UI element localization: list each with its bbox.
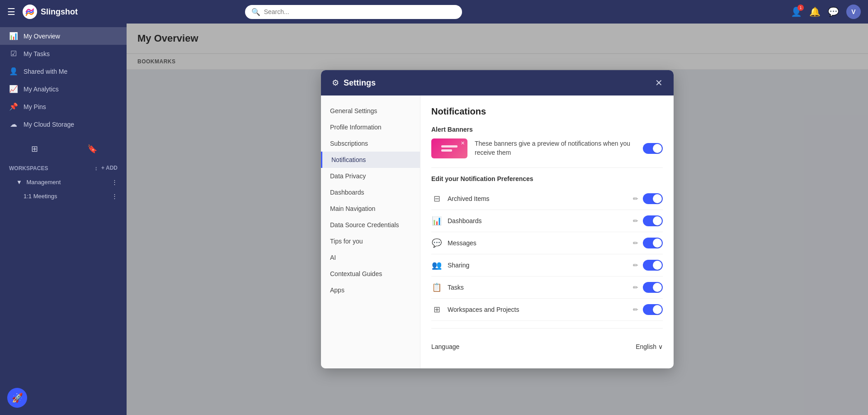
sidebar-item-label: Shared with Me — [24, 68, 67, 75]
sidebar-navigation: 📊 My Overview ☑ My Tasks 👤 Shared with M… — [0, 24, 127, 137]
tasks-label: Tasks — [448, 284, 627, 291]
workspace-more-icon[interactable]: ⋮ — [112, 179, 118, 186]
sidebar-icon-tabs: ⊞ 🔖 — [0, 137, 127, 161]
sidebar-item-label: My Pins — [24, 103, 46, 110]
workspaces-projects-toggle[interactable] — [643, 304, 663, 315]
sidebar-item-my-analytics[interactable]: 📈 My Analytics — [0, 80, 127, 98]
workspace-more-icon[interactable]: ⋮ — [112, 193, 118, 200]
pins-icon: 📌 — [9, 102, 18, 111]
app-logo: Slingshot — [23, 5, 78, 19]
dashboards-icon: 📊 — [431, 216, 442, 226]
settings-nav-apps[interactable]: Apps — [321, 282, 420, 298]
notifications-title: Notifications — [431, 106, 663, 117]
messages-toggle[interactable] — [643, 238, 663, 248]
settings-nav-ai[interactable]: AI — [321, 249, 420, 266]
layers-tab[interactable]: ⊞ — [7, 140, 61, 157]
dashboards-label: Dashboards — [448, 217, 627, 224]
chat-icon[interactable]: 💬 — [828, 6, 839, 17]
settings-nav-main-navigation[interactable]: Main Navigation — [321, 200, 420, 217]
settings-nav-general[interactable]: General Settings — [321, 103, 420, 119]
settings-nav-profile[interactable]: Profile Information — [321, 119, 420, 135]
language-select[interactable]: English ∨ — [636, 343, 663, 350]
messages-edit-icon[interactable]: ✏ — [633, 239, 638, 247]
user-avatar[interactable]: V — [846, 5, 861, 19]
dashboards-toggle[interactable] — [643, 215, 663, 226]
alert-banner-row: ✕ These banners give a preview of notifi… — [431, 138, 663, 158]
settings-nav-data-privacy[interactable]: Data Privacy — [321, 168, 420, 184]
bookmark-tab[interactable]: 🔖 — [65, 140, 119, 157]
archived-items-icon: ⊟ — [431, 194, 442, 204]
tasks-icon: ☑ — [9, 49, 18, 58]
sidebar-item-label: My Cloud Storage — [24, 121, 74, 128]
search-bar[interactable]: 🔍 — [245, 5, 462, 19]
sidebar-item-my-overview[interactable]: 📊 My Overview — [0, 27, 127, 45]
sidebar-item-label: My Analytics — [24, 86, 59, 93]
workspaces-projects-edit-icon[interactable]: ✏ — [633, 306, 638, 313]
settings-nav-contextual-guides[interactable]: Contextual Guides — [321, 266, 420, 282]
messages-icon: 💬 — [431, 238, 442, 248]
dashboards-edit-icon[interactable]: ✏ — [633, 217, 638, 224]
modal-body: General Settings Profile Information Sub… — [321, 95, 674, 368]
messages-label: Messages — [448, 239, 627, 247]
shared-icon: 👤 — [9, 67, 18, 76]
tasks-edit-icon[interactable]: ✏ — [633, 284, 638, 291]
search-input[interactable] — [264, 8, 456, 15]
settings-content-panel: Notifications Alert Banners ✕ — [420, 95, 674, 368]
language-row: Language English ∨ — [431, 336, 663, 358]
alert-banners-toggle[interactable] — [643, 143, 663, 154]
settings-nav-subscriptions[interactable]: Subscriptions — [321, 135, 420, 152]
archived-items-edit-icon[interactable]: ✏ — [633, 195, 638, 202]
tasks-toggle[interactable] — [643, 282, 663, 293]
alerts-badge: 1 — [797, 5, 804, 11]
workspaces-projects-label: Workspaces and Projects — [448, 306, 627, 313]
notif-row-tasks: 📋 Tasks ✏ — [431, 277, 663, 299]
settings-nav-tips[interactable]: Tips for you — [321, 233, 420, 249]
sidebar-item-my-tasks[interactable]: ☑ My Tasks — [0, 45, 127, 62]
notif-row-sharing: 👥 Sharing ✏ — [431, 254, 663, 277]
rocket-button[interactable]: 🚀 — [7, 388, 27, 408]
notif-row-dashboards: 📊 Dashboards ✏ — [431, 210, 663, 232]
sidebar-item-my-cloud-storage[interactable]: ☁ My Cloud Storage — [0, 115, 127, 133]
sidebar-item-label: My Overview — [24, 33, 60, 40]
settings-gear-icon: ⚙ — [332, 78, 339, 88]
modal-close-button[interactable]: ✕ — [655, 77, 663, 88]
workspace-item-management[interactable]: ▼ Management ⋮ — [0, 175, 127, 189]
search-icon: 🔍 — [251, 8, 260, 16]
modal-header: ⚙ Settings ✕ — [321, 70, 674, 95]
topnav-right-actions: 👤 1 🔔 💬 V — [791, 5, 861, 19]
sidebar-item-shared-with-me[interactable]: 👤 Shared with Me — [0, 62, 127, 80]
workspace-item-11-meetings[interactable]: 1:1 Meetings ⋮ — [0, 189, 127, 203]
sidebar-item-label: My Tasks — [24, 50, 50, 57]
archived-items-toggle[interactable] — [643, 193, 663, 204]
settings-nav-dashboards[interactable]: Dashboards — [321, 184, 420, 200]
alert-banners-label: Alert Banners — [431, 126, 663, 133]
settings-nav-data-source-credentials[interactable]: Data Source Credentials — [321, 217, 420, 233]
notifications-bell-icon[interactable]: 🔔 — [809, 6, 821, 17]
sort-icon[interactable]: ↕ — [95, 165, 98, 172]
add-workspace-button[interactable]: + Add — [101, 165, 118, 172]
workspaces-projects-icon: ⊞ — [431, 305, 442, 315]
divider — [431, 167, 663, 168]
alert-banner-preview: ✕ — [431, 138, 467, 158]
sidebar: 📊 My Overview ☑ My Tasks 👤 Shared with M… — [0, 24, 127, 415]
alert-banner-description: These banners give a preview of notifica… — [475, 139, 636, 157]
content-area: My Overview BOOKMARKS ⚙ Settings ✕ Gener… — [127, 24, 868, 415]
notif-row-workspaces-projects: ⊞ Workspaces and Projects ✏ — [431, 299, 663, 321]
settings-modal: ⚙ Settings ✕ General Settings Profile In… — [321, 70, 674, 368]
tasks-notif-icon: 📋 — [431, 282, 442, 292]
cloud-icon: ☁ — [9, 120, 18, 129]
sharing-toggle[interactable] — [643, 260, 663, 271]
sharing-icon: 👥 — [431, 260, 442, 270]
notif-row-archived-items: ⊟ Archived Items ✏ — [431, 188, 663, 210]
slingshot-logo-icon — [23, 5, 37, 19]
hamburger-menu[interactable]: ☰ — [7, 6, 15, 17]
app-name: Slingshot — [41, 7, 78, 17]
settings-sidebar-nav: General Settings Profile Information Sub… — [321, 95, 420, 368]
edit-prefs-label: Edit your Notification Preferences — [431, 175, 663, 182]
settings-nav-notifications[interactable]: Notifications — [321, 152, 420, 168]
alerts-icon[interactable]: 👤 1 — [791, 6, 802, 17]
sharing-edit-icon[interactable]: ✏ — [633, 262, 638, 269]
workspaces-actions: ↕ + Add — [95, 165, 118, 172]
modal-title: Settings — [344, 78, 651, 88]
sidebar-item-my-pins[interactable]: 📌 My Pins — [0, 98, 127, 115]
